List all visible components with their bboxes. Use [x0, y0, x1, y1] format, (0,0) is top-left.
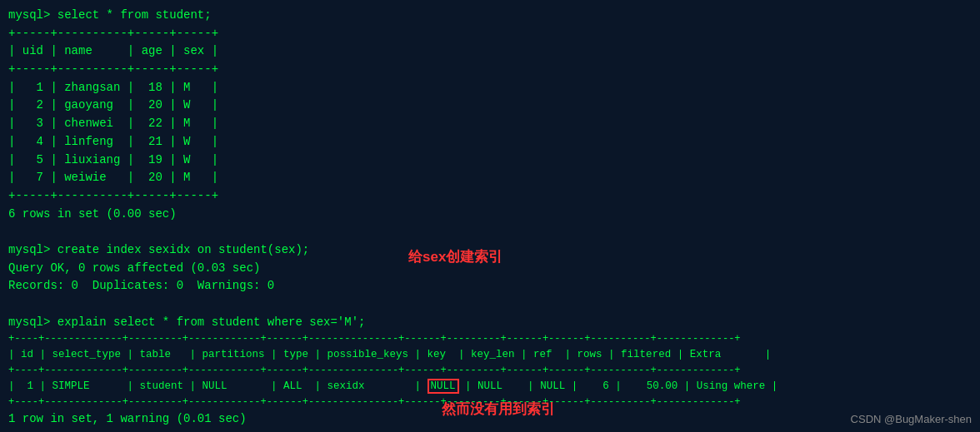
line-records: Records: 0 Duplicates: 0 Warnings: 0	[8, 277, 972, 295]
line-sep-1: +-----+----------+-----+-----+	[8, 25, 972, 43]
line-row-6: | 7 | weiwie | 20 | M |	[8, 169, 972, 187]
line-row-3: | 3 | chenwei | 22 | M |	[8, 115, 972, 133]
line-explain: mysql> explain select * from student whe…	[8, 314, 972, 332]
null-highlight: NULL	[428, 379, 459, 394]
line-row-2: | 2 | gaoyang | 20 | W |	[8, 97, 972, 115]
line-explain-sep-1: +----+-------------+---------+----------…	[8, 331, 972, 347]
line-sep-2: +-----+----------+-----+-----+	[8, 61, 972, 79]
line-explain-header: | id | select_type | table | partitions …	[8, 347, 972, 363]
annotation-create-index: 给sex创建索引	[408, 247, 502, 266]
line-1: mysql> select * from student;	[8, 7, 972, 25]
line-row-4: | 4 | linfeng | 21 | W |	[8, 133, 972, 151]
line-sep-3: +-----+----------+-----+-----+	[8, 187, 972, 206]
annotation-no-index: 然而没有用到索引	[442, 400, 555, 419]
line-row-5: | 5 | liuxiang | 19 | W |	[8, 151, 972, 170]
line-explain-sep-2: +----+-------------+---------+----------…	[8, 363, 972, 379]
line-rowcount: 6 rows in set (0.00 sec)	[8, 206, 972, 224]
line-row-1: | 1 | zhangsan | 18 | M |	[8, 79, 972, 97]
line-header: | uid | name | age | sex |	[8, 42, 972, 61]
watermark: CSDN @BugMaker-shen	[851, 413, 972, 425]
line-blank-1	[8, 223, 972, 241]
terminal-window: mysql> select * from student; +-----+---…	[0, 0, 980, 432]
line-explain-row: | 1 | SIMPLE | student | NULL | ALL | se…	[8, 379, 972, 395]
line-blank-2	[8, 295, 972, 314]
